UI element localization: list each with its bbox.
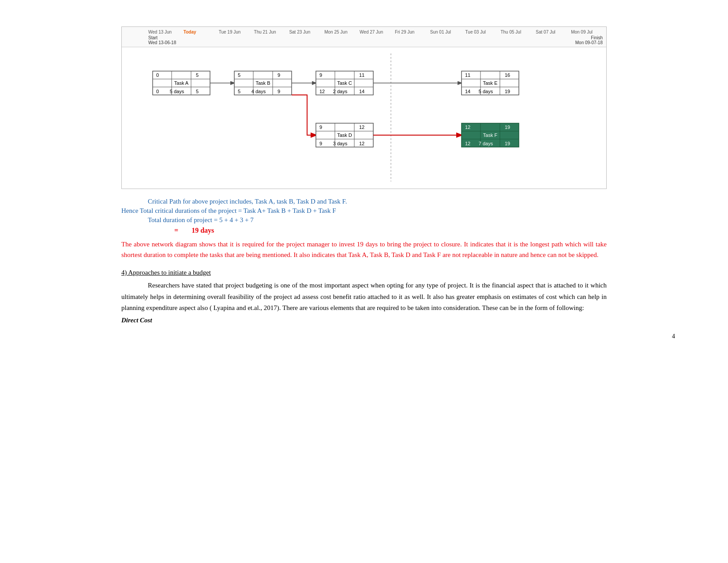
svg-text:14: 14 [359, 89, 364, 94]
svg-text:16: 16 [505, 72, 510, 78]
svg-text:14: 14 [465, 89, 470, 94]
network-diagram-svg: 0 5 Task A 0 5 days 5 5 9 Task B [139, 53, 607, 181]
svg-text:Task D: Task D [337, 132, 352, 138]
svg-text:19: 19 [505, 89, 510, 94]
svg-text:9: 9 [278, 89, 280, 94]
svg-text:5 days: 5 days [479, 89, 493, 94]
gantt-finish: Finish Mon 09-07-18 [575, 35, 603, 45]
equals-sign: = [174, 227, 178, 234]
svg-text:12: 12 [319, 89, 325, 94]
section4-body: Researchers have stated that project bud… [121, 280, 607, 314]
svg-text:4 days: 4 days [251, 89, 266, 94]
svg-text:19: 19 [505, 141, 510, 146]
date-wed13: Wed 13 Jun [148, 30, 184, 34]
description-text: The above network diagram shows that it … [121, 239, 607, 260]
section4-heading: 4) Approaches to initiate a budget [121, 269, 607, 276]
svg-text:9: 9 [278, 72, 280, 78]
svg-text:0: 0 [156, 89, 159, 94]
date-tue19: Tue 19 Jun [219, 30, 254, 34]
svg-text:Task E: Task E [483, 80, 497, 86]
section4: 4) Approaches to initiate a budget Resea… [121, 269, 607, 324]
total-duration-text: Total duration of project = 5 + 4 + 3 + … [148, 216, 607, 224]
analysis-section: Critical Path for above project includes… [121, 198, 607, 260]
date-mon25: Mon 25 Jun [324, 30, 360, 34]
page-number: 4 [53, 333, 675, 340]
svg-text:3 days: 3 days [333, 141, 348, 146]
svg-text:Task F: Task F [483, 132, 498, 138]
svg-text:0: 0 [156, 72, 159, 78]
direct-cost-label: Direct Cost [121, 317, 607, 324]
date-wed27: Wed 27 Jun [360, 30, 395, 34]
svg-text:5: 5 [238, 89, 240, 94]
svg-text:9: 9 [319, 125, 322, 130]
svg-text:9: 9 [319, 141, 322, 146]
svg-text:11: 11 [465, 72, 470, 78]
date-sun01: Sun 01 Jul [430, 30, 465, 34]
svg-text:12: 12 [465, 141, 470, 146]
gantt-header: Wed 13 Jun Today Tue 19 Jun Thu 21 Jun S… [122, 27, 606, 47]
gantt-body: 0 5 Task A 0 5 days 5 5 9 Task B [122, 47, 606, 189]
svg-text:Task B: Task B [255, 80, 270, 86]
equals-line: = 19 days [121, 227, 607, 234]
date-fri29: Fri 29 Jun [395, 30, 430, 34]
gantt-start: Start Wed 13-06-18 [148, 35, 176, 45]
svg-text:Task A: Task A [174, 80, 189, 86]
svg-text:7 days: 7 days [479, 141, 493, 146]
date-tue03: Tue 03 Jul [465, 30, 501, 34]
svg-text:11: 11 [359, 72, 364, 78]
date-today: Today [184, 30, 219, 34]
gantt-dates: Wed 13 Jun Today Tue 19 Jun Thu 21 Jun S… [148, 30, 606, 34]
svg-text:12: 12 [359, 125, 364, 130]
svg-text:Task C: Task C [337, 80, 352, 86]
total-critical-text: Hence Total critical durations of the pr… [121, 207, 607, 215]
svg-text:9: 9 [319, 72, 322, 78]
date-thu21: Thu 21 Jun [254, 30, 289, 34]
svg-text:5 days: 5 days [170, 89, 184, 94]
svg-text:2 days: 2 days [333, 89, 348, 94]
svg-text:5: 5 [238, 72, 240, 78]
days-value: 19 days [191, 227, 214, 234]
svg-text:12: 12 [465, 125, 470, 130]
svg-text:5: 5 [196, 89, 199, 94]
svg-text:12: 12 [359, 141, 364, 146]
svg-text:19: 19 [505, 125, 510, 130]
date-sat23: Sat 23 Jun [289, 30, 324, 34]
svg-text:5: 5 [196, 72, 199, 78]
date-thu05: Thu 05 Jul [500, 30, 536, 34]
date-mon09: Mon 09 Jul [571, 30, 606, 34]
critical-path-text: Critical Path for above project includes… [148, 198, 607, 205]
date-sat07: Sat 07 Jul [536, 30, 571, 34]
gantt-chart: Wed 13 Jun Today Tue 19 Jun Thu 21 Jun S… [121, 26, 607, 189]
